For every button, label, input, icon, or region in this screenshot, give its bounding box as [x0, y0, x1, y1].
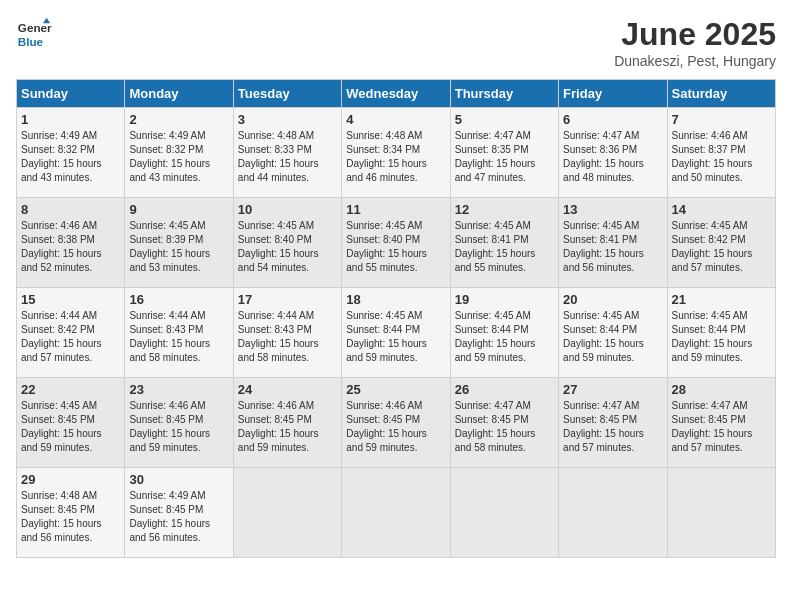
cell-info: Sunrise: 4:49 AMSunset: 8:32 PMDaylight:…: [21, 129, 120, 185]
col-saturday: Saturday: [667, 80, 775, 108]
day-number: 4: [346, 112, 445, 127]
day-number: 9: [129, 202, 228, 217]
cell-w3-wed: 18 Sunrise: 4:45 AMSunset: 8:44 PMDaylig…: [342, 288, 450, 378]
day-number: 10: [238, 202, 337, 217]
month-title: June 2025: [614, 16, 776, 53]
day-number: 28: [672, 382, 771, 397]
cell-w2-mon: 9 Sunrise: 4:45 AMSunset: 8:39 PMDayligh…: [125, 198, 233, 288]
cell-w3-fri: 20 Sunrise: 4:45 AMSunset: 8:44 PMDaylig…: [559, 288, 667, 378]
cell-w2-thu: 12 Sunrise: 4:45 AMSunset: 8:41 PMDaylig…: [450, 198, 558, 288]
day-number: 11: [346, 202, 445, 217]
cell-w2-sun: 8 Sunrise: 4:46 AMSunset: 8:38 PMDayligh…: [17, 198, 125, 288]
location: Dunakeszi, Pest, Hungary: [614, 53, 776, 69]
cell-info: Sunrise: 4:49 AMSunset: 8:45 PMDaylight:…: [129, 489, 228, 545]
col-thursday: Thursday: [450, 80, 558, 108]
day-number: 15: [21, 292, 120, 307]
cell-info: Sunrise: 4:46 AMSunset: 8:45 PMDaylight:…: [129, 399, 228, 455]
page-header: General Blue June 2025 Dunakeszi, Pest, …: [16, 16, 776, 69]
cell-info: Sunrise: 4:45 AMSunset: 8:41 PMDaylight:…: [455, 219, 554, 275]
day-number: 12: [455, 202, 554, 217]
cell-info: Sunrise: 4:45 AMSunset: 8:44 PMDaylight:…: [672, 309, 771, 365]
cell-w3-sun: 15 Sunrise: 4:44 AMSunset: 8:42 PMDaylig…: [17, 288, 125, 378]
cell-w1-wed: 4 Sunrise: 4:48 AMSunset: 8:34 PMDayligh…: [342, 108, 450, 198]
day-number: 14: [672, 202, 771, 217]
cell-w2-tue: 10 Sunrise: 4:45 AMSunset: 8:40 PMDaylig…: [233, 198, 341, 288]
cell-w1-mon: 2 Sunrise: 4:49 AMSunset: 8:32 PMDayligh…: [125, 108, 233, 198]
week-row-2: 8 Sunrise: 4:46 AMSunset: 8:38 PMDayligh…: [17, 198, 776, 288]
cell-info: Sunrise: 4:48 AMSunset: 8:33 PMDaylight:…: [238, 129, 337, 185]
cell-w1-sat: 7 Sunrise: 4:46 AMSunset: 8:37 PMDayligh…: [667, 108, 775, 198]
day-number: 16: [129, 292, 228, 307]
day-number: 17: [238, 292, 337, 307]
title-area: June 2025 Dunakeszi, Pest, Hungary: [614, 16, 776, 69]
day-number: 22: [21, 382, 120, 397]
cell-info: Sunrise: 4:44 AMSunset: 8:43 PMDaylight:…: [129, 309, 228, 365]
day-number: 7: [672, 112, 771, 127]
cell-info: Sunrise: 4:44 AMSunset: 8:42 PMDaylight:…: [21, 309, 120, 365]
cell-info: Sunrise: 4:46 AMSunset: 8:45 PMDaylight:…: [346, 399, 445, 455]
cell-info: Sunrise: 4:47 AMSunset: 8:45 PMDaylight:…: [455, 399, 554, 455]
week-row-3: 15 Sunrise: 4:44 AMSunset: 8:42 PMDaylig…: [17, 288, 776, 378]
cell-info: Sunrise: 4:48 AMSunset: 8:45 PMDaylight:…: [21, 489, 120, 545]
week-row-1: 1 Sunrise: 4:49 AMSunset: 8:32 PMDayligh…: [17, 108, 776, 198]
cell-info: Sunrise: 4:45 AMSunset: 8:40 PMDaylight:…: [346, 219, 445, 275]
day-number: 20: [563, 292, 662, 307]
cell-w3-sat: 21 Sunrise: 4:45 AMSunset: 8:44 PMDaylig…: [667, 288, 775, 378]
cell-info: Sunrise: 4:45 AMSunset: 8:44 PMDaylight:…: [346, 309, 445, 365]
cell-w4-tue: 24 Sunrise: 4:46 AMSunset: 8:45 PMDaylig…: [233, 378, 341, 468]
cell-w4-wed: 25 Sunrise: 4:46 AMSunset: 8:45 PMDaylig…: [342, 378, 450, 468]
day-number: 30: [129, 472, 228, 487]
cell-w2-fri: 13 Sunrise: 4:45 AMSunset: 8:41 PMDaylig…: [559, 198, 667, 288]
cell-info: Sunrise: 4:45 AMSunset: 8:39 PMDaylight:…: [129, 219, 228, 275]
cell-w5-fri-empty: [559, 468, 667, 558]
day-number: 21: [672, 292, 771, 307]
cell-info: Sunrise: 4:45 AMSunset: 8:44 PMDaylight:…: [455, 309, 554, 365]
cell-w3-thu: 19 Sunrise: 4:45 AMSunset: 8:44 PMDaylig…: [450, 288, 558, 378]
logo: General Blue: [16, 16, 52, 52]
cell-info: Sunrise: 4:47 AMSunset: 8:45 PMDaylight:…: [672, 399, 771, 455]
cell-info: Sunrise: 4:48 AMSunset: 8:34 PMDaylight:…: [346, 129, 445, 185]
col-monday: Monday: [125, 80, 233, 108]
cell-w2-sat: 14 Sunrise: 4:45 AMSunset: 8:42 PMDaylig…: [667, 198, 775, 288]
cell-w5-thu-empty: [450, 468, 558, 558]
day-number: 8: [21, 202, 120, 217]
day-number: 2: [129, 112, 228, 127]
day-number: 24: [238, 382, 337, 397]
cell-w2-wed: 11 Sunrise: 4:45 AMSunset: 8:40 PMDaylig…: [342, 198, 450, 288]
col-sunday: Sunday: [17, 80, 125, 108]
cell-w5-sun: 29 Sunrise: 4:48 AMSunset: 8:45 PMDaylig…: [17, 468, 125, 558]
cell-info: Sunrise: 4:47 AMSunset: 8:35 PMDaylight:…: [455, 129, 554, 185]
cell-w1-thu: 5 Sunrise: 4:47 AMSunset: 8:35 PMDayligh…: [450, 108, 558, 198]
cell-w5-sat-empty: [667, 468, 775, 558]
cell-w5-wed-empty: [342, 468, 450, 558]
day-number: 18: [346, 292, 445, 307]
day-number: 26: [455, 382, 554, 397]
cell-w4-sat: 28 Sunrise: 4:47 AMSunset: 8:45 PMDaylig…: [667, 378, 775, 468]
day-number: 19: [455, 292, 554, 307]
cell-info: Sunrise: 4:46 AMSunset: 8:37 PMDaylight:…: [672, 129, 771, 185]
cell-w1-sun: 1 Sunrise: 4:49 AMSunset: 8:32 PMDayligh…: [17, 108, 125, 198]
col-friday: Friday: [559, 80, 667, 108]
day-number: 13: [563, 202, 662, 217]
cell-info: Sunrise: 4:45 AMSunset: 8:41 PMDaylight:…: [563, 219, 662, 275]
day-number: 5: [455, 112, 554, 127]
cell-info: Sunrise: 4:45 AMSunset: 8:42 PMDaylight:…: [672, 219, 771, 275]
cell-info: Sunrise: 4:47 AMSunset: 8:45 PMDaylight:…: [563, 399, 662, 455]
cell-info: Sunrise: 4:49 AMSunset: 8:32 PMDaylight:…: [129, 129, 228, 185]
cell-w1-fri: 6 Sunrise: 4:47 AMSunset: 8:36 PMDayligh…: [559, 108, 667, 198]
cell-w5-mon: 30 Sunrise: 4:49 AMSunset: 8:45 PMDaylig…: [125, 468, 233, 558]
day-number: 25: [346, 382, 445, 397]
week-row-4: 22 Sunrise: 4:45 AMSunset: 8:45 PMDaylig…: [17, 378, 776, 468]
week-row-5: 29 Sunrise: 4:48 AMSunset: 8:45 PMDaylig…: [17, 468, 776, 558]
cell-w4-mon: 23 Sunrise: 4:46 AMSunset: 8:45 PMDaylig…: [125, 378, 233, 468]
cell-info: Sunrise: 4:46 AMSunset: 8:45 PMDaylight:…: [238, 399, 337, 455]
cell-info: Sunrise: 4:45 AMSunset: 8:45 PMDaylight:…: [21, 399, 120, 455]
cell-info: Sunrise: 4:47 AMSunset: 8:36 PMDaylight:…: [563, 129, 662, 185]
svg-text:Blue: Blue: [18, 35, 44, 48]
cell-info: Sunrise: 4:44 AMSunset: 8:43 PMDaylight:…: [238, 309, 337, 365]
cell-w3-tue: 17 Sunrise: 4:44 AMSunset: 8:43 PMDaylig…: [233, 288, 341, 378]
cell-w1-tue: 3 Sunrise: 4:48 AMSunset: 8:33 PMDayligh…: [233, 108, 341, 198]
cell-info: Sunrise: 4:45 AMSunset: 8:44 PMDaylight:…: [563, 309, 662, 365]
day-number: 23: [129, 382, 228, 397]
calendar-table: Sunday Monday Tuesday Wednesday Thursday…: [16, 79, 776, 558]
